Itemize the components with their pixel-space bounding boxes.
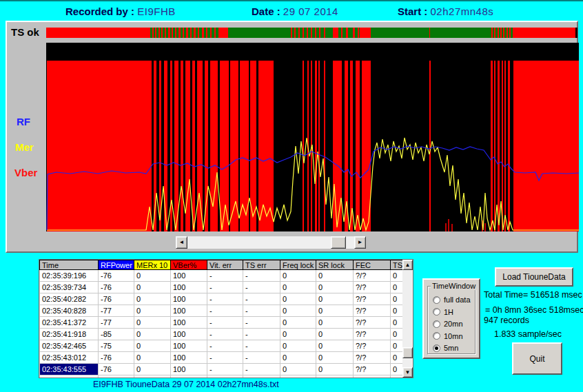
- column-header-vit-err[interactable]: Vit. err: [207, 260, 243, 270]
- scroll-left-button[interactable]: ◄: [176, 236, 187, 249]
- table-cell[interactable]: 0: [316, 270, 354, 282]
- table-cell[interactable]: -75: [99, 340, 134, 352]
- table-cell[interactable]: 100: [171, 352, 207, 364]
- table-cell[interactable]: 0: [280, 293, 316, 305]
- table-cell[interactable]: ?/?: [354, 352, 391, 364]
- radio-option-20mn[interactable]: 20mn: [433, 319, 463, 329]
- radio-button-icon[interactable]: [433, 320, 440, 328]
- table-cell[interactable]: -: [207, 340, 243, 352]
- table-cell[interactable]: -: [207, 270, 243, 282]
- table-cell[interactable]: -76: [99, 293, 134, 305]
- scroll-right-button[interactable]: ►: [354, 236, 366, 249]
- table-vertical-scrollbar[interactable]: ▲ ▼: [402, 260, 413, 378]
- table-cell[interactable]: -: [207, 282, 243, 293]
- table-cell[interactable]: -: [243, 282, 280, 293]
- table-cell[interactable]: 02:35:39:734: [40, 282, 99, 293]
- table-cell[interactable]: -: [207, 352, 243, 364]
- table-cell[interactable]: -76: [99, 270, 134, 282]
- table-cell[interactable]: -: [243, 340, 280, 352]
- table-cell[interactable]: ?/?: [354, 340, 391, 352]
- column-header-ts-err[interactable]: TS err: [243, 260, 280, 270]
- table-cell[interactable]: 0: [280, 352, 316, 364]
- table-cell[interactable]: 0: [316, 305, 354, 317]
- table-cell[interactable]: ?/?: [354, 305, 391, 317]
- table-cell[interactable]: 0: [316, 364, 354, 375]
- table-cell[interactable]: 100: [171, 364, 207, 375]
- table-cell[interactable]: ?/?: [354, 282, 391, 293]
- column-header-time[interactable]: Time: [40, 260, 99, 270]
- table-cell[interactable]: ?/?: [354, 317, 391, 329]
- table-cell[interactable]: 02:35:41:372: [40, 317, 99, 329]
- table-cell[interactable]: -77: [99, 305, 134, 317]
- scroll-up-button[interactable]: ▲: [402, 260, 413, 270]
- table-cell[interactable]: 02:35:43:555: [40, 364, 99, 375]
- table-cell[interactable]: -: [243, 364, 280, 375]
- table-cell[interactable]: 100: [171, 270, 207, 282]
- table-cell[interactable]: 02:35:40:828: [40, 305, 99, 317]
- table-cell[interactable]: -: [207, 329, 243, 340]
- column-header-sr-lock[interactable]: SR lock: [316, 260, 354, 270]
- table-cell[interactable]: -: [243, 317, 280, 329]
- table-cell[interactable]: 0: [134, 317, 171, 329]
- table-cell[interactable]: 0: [280, 305, 316, 317]
- table-cell[interactable]: -85: [99, 329, 134, 340]
- table-cell[interactable]: -76: [99, 282, 134, 293]
- table-cell[interactable]: 02:35:42:465: [40, 340, 99, 352]
- column-header-fec[interactable]: FEC: [354, 260, 391, 270]
- radio-option-1h[interactable]: 1H: [433, 307, 453, 317]
- table-cell[interactable]: 0: [316, 352, 354, 364]
- table-cell[interactable]: 0: [134, 293, 171, 305]
- table-cell[interactable]: 0: [316, 317, 354, 329]
- table-cell[interactable]: 02:35:39:196: [40, 270, 99, 282]
- table-cell[interactable]: 100: [171, 282, 207, 293]
- chart-horizontal-scrollbar[interactable]: ◄ ►: [176, 236, 366, 249]
- table-cell[interactable]: 0: [280, 364, 316, 375]
- table-cell[interactable]: 0: [316, 329, 354, 340]
- table-cell[interactable]: -: [207, 364, 243, 375]
- table-cell[interactable]: 02:35:40:282: [40, 293, 99, 305]
- table-cell[interactable]: 0: [280, 270, 316, 282]
- quit-button[interactable]: Quit: [512, 342, 562, 375]
- table-cell[interactable]: 0: [280, 282, 316, 293]
- table-cell[interactable]: -77: [99, 317, 134, 329]
- table-cell[interactable]: ?/?: [354, 329, 391, 340]
- table-cell[interactable]: 02:35:43:012: [40, 352, 99, 364]
- table-cell[interactable]: -76: [99, 352, 134, 364]
- table-cell[interactable]: 02:35:41:918: [40, 329, 99, 340]
- horizontal-scroll-thumb[interactable]: [331, 236, 346, 249]
- table-cell[interactable]: 0: [280, 340, 316, 352]
- table-cell[interactable]: 0: [134, 282, 171, 293]
- radio-option-5mn[interactable]: 5mn: [433, 343, 458, 353]
- radio-button-icon[interactable]: [433, 344, 440, 352]
- table-cell[interactable]: 0: [134, 352, 171, 364]
- table-cell[interactable]: 100: [171, 317, 207, 329]
- table-cell[interactable]: 100: [171, 340, 207, 352]
- table-cell[interactable]: 0: [316, 293, 354, 305]
- vertical-scroll-thumb[interactable]: [402, 347, 413, 358]
- table-cell[interactable]: 0: [134, 364, 171, 375]
- column-header-freq-lock[interactable]: Freq lock: [280, 260, 316, 270]
- radio-button-icon[interactable]: [433, 332, 440, 340]
- table-cell[interactable]: 100: [171, 305, 207, 317]
- table-cell[interactable]: -: [243, 305, 280, 317]
- radio-option-full-data[interactable]: full data: [433, 295, 471, 305]
- column-header-vber-[interactable]: VBer%: [171, 260, 207, 270]
- table-cell[interactable]: -: [243, 329, 280, 340]
- scroll-down-button[interactable]: ▼: [402, 367, 413, 378]
- table-cell[interactable]: -: [243, 293, 280, 305]
- table-cell[interactable]: -76: [99, 364, 134, 375]
- column-header-merx-10[interactable]: MERx 10: [134, 260, 171, 270]
- radio-button-icon[interactable]: [433, 296, 440, 304]
- table-cell[interactable]: 0: [134, 270, 171, 282]
- table-cell[interactable]: 0: [134, 305, 171, 317]
- table-cell[interactable]: 0: [280, 317, 316, 329]
- table-cell[interactable]: 0: [134, 329, 171, 340]
- table-cell[interactable]: -: [207, 305, 243, 317]
- column-header-rfpower[interactable]: RFPower: [99, 260, 134, 270]
- table-cell[interactable]: ?/?: [354, 364, 391, 375]
- table-cell[interactable]: ?/?: [354, 270, 391, 282]
- table-cell[interactable]: 0: [280, 329, 316, 340]
- table-cell[interactable]: 100: [171, 293, 207, 305]
- table-cell[interactable]: -: [243, 352, 280, 364]
- table-cell[interactable]: -: [207, 293, 243, 305]
